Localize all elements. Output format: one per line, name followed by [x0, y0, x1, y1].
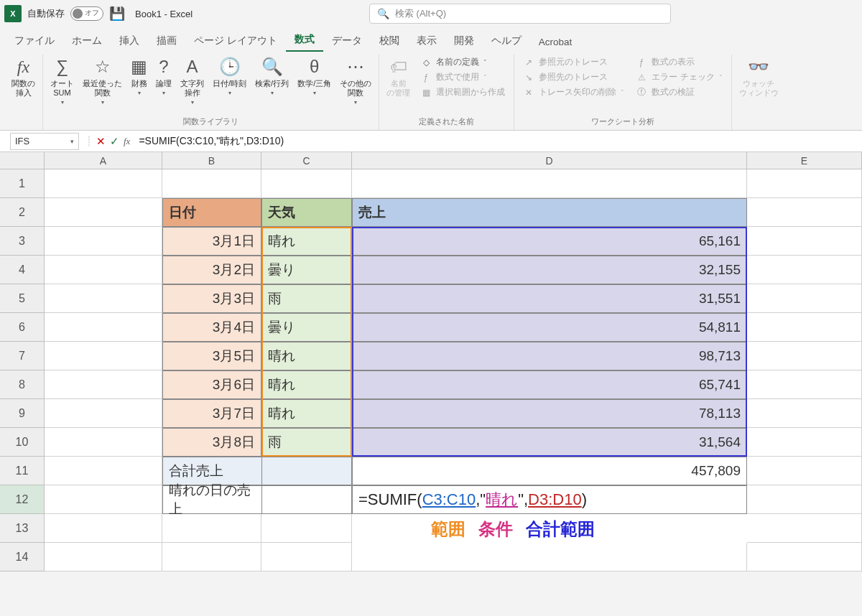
- autosave-toggle[interactable]: オフ: [70, 6, 103, 21]
- more-functions-button[interactable]: ⋯その他の 関数▾: [338, 55, 373, 107]
- error-check-button[interactable]: ⚠エラー チェック ˅: [636, 71, 722, 83]
- evaluate-formula-button[interactable]: ⓕ数式の検証: [636, 86, 722, 98]
- fx-icon[interactable]: fx: [124, 136, 130, 147]
- cell-weather-7[interactable]: 晴れ: [261, 342, 352, 370]
- cell-B13[interactable]: [162, 514, 261, 543]
- cell-E8[interactable]: [747, 370, 862, 399]
- col-header-D[interactable]: D: [352, 152, 747, 169]
- cell-sales-7[interactable]: 98,713: [352, 342, 747, 370]
- col-header-E[interactable]: E: [747, 152, 862, 169]
- recent-functions-button[interactable]: ☆最近使った 関数▾: [81, 55, 124, 107]
- cell-E7[interactable]: [747, 342, 862, 370]
- cell-sales-6[interactable]: 54,811: [352, 313, 747, 342]
- cell-D13[interactable]: 範囲 条件 合計範囲: [352, 514, 747, 543]
- cancel-icon[interactable]: ✕: [96, 135, 106, 148]
- cell-weather-4[interactable]: 曇り: [261, 256, 352, 284]
- cell-A8[interactable]: [45, 370, 162, 399]
- tab-数式[interactable]: 数式: [286, 29, 323, 52]
- row-header-7[interactable]: 7: [0, 342, 45, 370]
- cell-A10[interactable]: [45, 428, 162, 457]
- cell-A4[interactable]: [45, 256, 162, 284]
- tab-ヘルプ[interactable]: ヘルプ: [483, 30, 530, 52]
- cell-C13[interactable]: [261, 514, 352, 543]
- active-formula-cell[interactable]: =SUMIF(C3:C10,"晴れ",D3:D10): [352, 485, 747, 514]
- tab-ファイル[interactable]: ファイル: [6, 30, 63, 52]
- cell-date-10[interactable]: 3月8日: [162, 428, 261, 457]
- cell-E3[interactable]: [747, 227, 862, 256]
- cell-weather-8[interactable]: 晴れ: [261, 370, 352, 399]
- cell-date-5[interactable]: 3月3日: [162, 284, 261, 313]
- cell-E5[interactable]: [747, 284, 862, 313]
- row-header-8[interactable]: 8: [0, 370, 45, 399]
- cell-date-4[interactable]: 3月2日: [162, 256, 261, 284]
- name-manager-button[interactable]: 🏷名前 の管理: [385, 55, 412, 99]
- row-header-4[interactable]: 4: [0, 256, 45, 284]
- col-header-C[interactable]: C: [261, 152, 352, 169]
- cell-sales-4[interactable]: 32,155: [352, 256, 747, 284]
- tab-表示[interactable]: 表示: [408, 30, 445, 52]
- cell-weather-9[interactable]: 晴れ: [261, 399, 352, 428]
- formula-input[interactable]: =SUMIF(C3:C10,"晴れ",D3:D10): [134, 135, 862, 148]
- cell-C1[interactable]: [261, 169, 352, 198]
- logical-button[interactable]: ?論理▾: [154, 55, 173, 98]
- row-header-9[interactable]: 9: [0, 399, 45, 428]
- tab-校閲[interactable]: 校閲: [371, 30, 408, 52]
- cell-E2[interactable]: [747, 198, 862, 227]
- text-button[interactable]: A文字列 操作▾: [179, 55, 205, 107]
- cell-E12[interactable]: [747, 485, 862, 514]
- cell-date-6[interactable]: 3月4日: [162, 313, 261, 342]
- cell-date-7[interactable]: 3月5日: [162, 342, 261, 370]
- cell-E10[interactable]: [747, 428, 862, 457]
- select-all-corner[interactable]: [0, 152, 45, 169]
- total-value[interactable]: 457,809: [352, 457, 747, 485]
- cell-A7[interactable]: [45, 342, 162, 370]
- trace-dependents-button[interactable]: ↘参照先のトレース: [523, 71, 624, 83]
- tab-データ[interactable]: データ: [323, 30, 371, 52]
- cell-A11[interactable]: [45, 457, 162, 485]
- financial-button[interactable]: ▦財務▾: [129, 55, 149, 98]
- tab-開発[interactable]: 開発: [445, 30, 483, 52]
- datetime-button[interactable]: 🕒日付/時刻▾: [211, 55, 248, 98]
- row-header-5[interactable]: 5: [0, 284, 45, 313]
- col-header-B[interactable]: B: [162, 152, 261, 169]
- enter-icon[interactable]: ✓: [110, 135, 119, 148]
- header-weather[interactable]: 天気: [261, 198, 352, 227]
- cell-sales-8[interactable]: 65,741: [352, 370, 747, 399]
- name-box[interactable]: IFS ▾: [10, 133, 79, 150]
- row-header-11[interactable]: 11: [0, 457, 45, 485]
- trace-precedents-button[interactable]: ↗参照元のトレース: [523, 56, 624, 68]
- cell-A13[interactable]: [45, 514, 162, 543]
- tab-描画[interactable]: 描画: [148, 30, 185, 52]
- cell-C12[interactable]: [261, 485, 352, 514]
- cell-A5[interactable]: [45, 284, 162, 313]
- cell-date-3[interactable]: 3月1日: [162, 227, 261, 256]
- cell-E1[interactable]: [747, 169, 862, 198]
- cell-E11[interactable]: [747, 457, 862, 485]
- cell-weather-6[interactable]: 曇り: [261, 313, 352, 342]
- row-header-1[interactable]: 1: [0, 169, 45, 198]
- cell-E14[interactable]: [747, 543, 862, 571]
- cell-C14[interactable]: [261, 543, 352, 571]
- cell-E6[interactable]: [747, 313, 862, 342]
- row-header-3[interactable]: 3: [0, 227, 45, 256]
- cell-A2[interactable]: [45, 198, 162, 227]
- autosum-button[interactable]: ∑オート SUM▾: [49, 55, 75, 107]
- lookup-button[interactable]: 🔍検索/行列▾: [254, 55, 290, 98]
- cell-weather-5[interactable]: 雨: [261, 284, 352, 313]
- cell-A1[interactable]: [45, 169, 162, 198]
- row-header-13[interactable]: 13: [0, 514, 45, 543]
- cell-sales-10[interactable]: 31,564: [352, 428, 747, 457]
- row-header-6[interactable]: 6: [0, 313, 45, 342]
- row-header-12[interactable]: 12: [0, 485, 45, 514]
- cell-date-8[interactable]: 3月6日: [162, 370, 261, 399]
- cell-D14[interactable]: [352, 543, 747, 571]
- row-header-10[interactable]: 10: [0, 428, 45, 457]
- cell-E13[interactable]: [747, 514, 862, 543]
- cell-sales-5[interactable]: 31,551: [352, 284, 747, 313]
- cell-weather-3[interactable]: 晴れ: [261, 227, 352, 256]
- insert-function-button[interactable]: fx 関数の 挿入: [10, 55, 37, 99]
- cell-date-9[interactable]: 3月7日: [162, 399, 261, 428]
- math-button[interactable]: θ数学/三角▾: [296, 55, 333, 98]
- show-formulas-button[interactable]: ƒ数式の表示: [636, 56, 722, 68]
- sunny-label[interactable]: 晴れの日の売上: [162, 485, 261, 514]
